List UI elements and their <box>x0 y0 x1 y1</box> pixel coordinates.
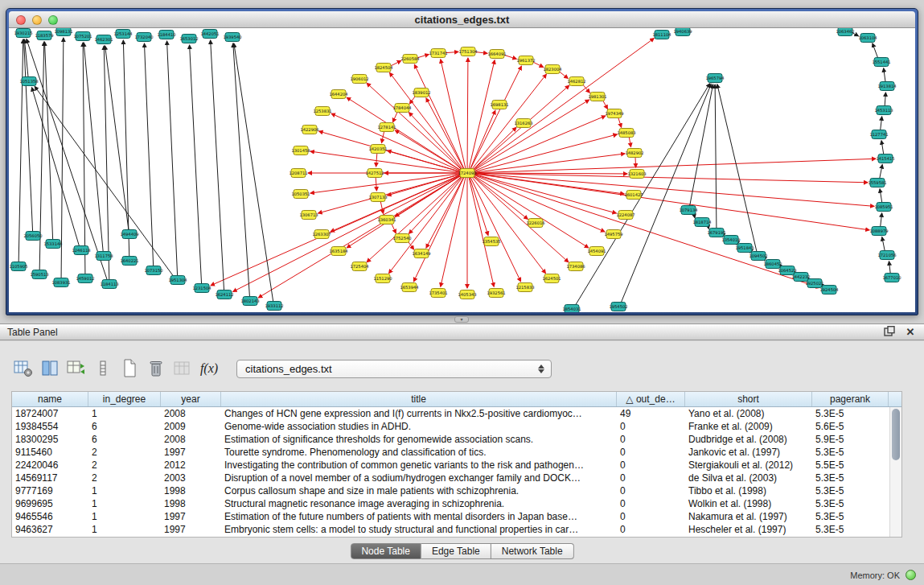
table-cell[interactable]: 6 <box>88 433 161 446</box>
graph-node[interactable]: 1823004 <box>543 65 562 74</box>
table-cell[interactable]: 5.3E-5 <box>812 407 889 420</box>
table-row[interactable]: 969969511998Structural magnetic resonanc… <box>12 497 901 510</box>
tab-edge-table[interactable]: Edge Table <box>421 543 491 559</box>
graph-node[interactable]: 1453113 <box>874 106 893 115</box>
table-cell[interactable]: Wolkin et al. (1998) <box>685 497 812 510</box>
graph-node[interactable]: 1635184 <box>329 247 348 256</box>
table-cell[interactable]: 1 <box>88 497 161 510</box>
graph-node[interactable]: 1226016 <box>526 219 544 228</box>
graph-node[interactable]: 1698131 <box>490 101 508 109</box>
graph-node[interactable]: 1427512 <box>365 169 384 178</box>
close-panel-icon[interactable]: ✕ <box>904 326 917 338</box>
graph-node[interactable]: 1824504 <box>374 64 393 72</box>
graph-node[interactable]: 1127741 <box>869 130 888 139</box>
table-cell[interactable]: Embryonic stem cells: a model to study s… <box>221 523 617 536</box>
table-cell[interactable]: Franke et al. (2009) <box>685 420 812 433</box>
graph-node[interactable]: 1913814 <box>877 82 897 91</box>
graph-node[interactable]: 1253144 <box>113 30 133 39</box>
table-cell[interactable]: 2012 <box>161 459 221 472</box>
table-scrollbar-thumb[interactable] <box>892 409 900 460</box>
table-row[interactable]: 1872400712008Changes of HCN gene express… <box>12 407 901 420</box>
graph-node[interactable]: 1724093 <box>458 169 476 178</box>
graph-node[interactable]: 1311758 <box>94 252 113 261</box>
table-row[interactable]: 1938455462009Genome-wide association stu… <box>12 420 901 433</box>
table-cell[interactable]: 6 <box>88 420 161 433</box>
table-row[interactable]: 1456911722003Disruption of a novel membe… <box>12 472 901 484</box>
table-cell[interactable]: Structural magnetic resonance image aver… <box>221 497 617 510</box>
graph-node[interactable]: 1360341 <box>377 216 396 225</box>
table-cell[interactable]: 18300295 <box>12 433 88 446</box>
table-cell[interactable]: 0 <box>617 472 685 484</box>
table-cell[interactable]: Estimation of significance thresholds fo… <box>221 433 617 446</box>
table-cell[interactable]: 0 <box>617 484 685 497</box>
graph-node[interactable]: 1246118 <box>72 246 90 255</box>
graph-node[interactable]: 1079134 <box>679 206 698 215</box>
graph-node[interactable]: 1951304 <box>168 276 187 285</box>
graph-node[interactable]: 1405343 <box>458 290 476 299</box>
graph-node[interactable]: 1050351 <box>291 190 310 199</box>
table-cell[interactable]: Tourette syndrome. Phenomenology and cla… <box>221 446 617 459</box>
table-cell[interactable]: Changes of HCN gene expression and I(f) … <box>221 407 617 420</box>
graph-node[interactable]: 1679195 <box>707 229 725 237</box>
graph-node[interactable]: 1073150 <box>144 266 162 275</box>
graph-node[interactable]: 1224087 <box>616 211 634 220</box>
graph-node[interactable]: 1263307 <box>312 230 331 239</box>
splitter-handle[interactable]: ▾ <box>454 316 469 323</box>
graph-node[interactable]: 1075201 <box>73 32 92 41</box>
table-cell[interactable]: Estimation of the future numbers of pati… <box>221 510 617 523</box>
table-cell[interactable]: 0 <box>617 523 685 536</box>
show-columns-icon[interactable] <box>39 359 60 378</box>
table-cell[interactable]: 18724007 <box>12 407 88 420</box>
graph-node[interactable]: 1644204 <box>329 90 348 99</box>
table-cell[interactable]: 2008 <box>161 407 221 420</box>
graph-node[interactable]: 1183579 <box>35 31 53 40</box>
graph-node[interactable]: 1442051 <box>200 30 219 39</box>
graph-node[interactable]: 1098131 <box>54 28 72 36</box>
graph-node[interactable]: 1420351 <box>368 145 387 154</box>
table-cell[interactable]: Dudbridge et al. (2008) <box>685 433 812 446</box>
table-cell[interactable]: 9699695 <box>12 497 88 510</box>
table-cell[interactable]: 9777169 <box>12 484 88 497</box>
graph-node[interactable]: 1063462 <box>836 28 854 36</box>
table-cell[interactable]: 49 <box>617 407 685 420</box>
graph-node[interactable]: 1925021 <box>805 279 823 288</box>
table-cell[interactable]: 0 <box>617 446 685 459</box>
graph-node[interactable]: 1559581 <box>868 179 886 187</box>
graph-node[interactable]: 1664091 <box>487 50 506 59</box>
graph-node[interactable]: 1231504 <box>192 284 211 293</box>
graph-node[interactable]: 1422906 <box>300 126 318 134</box>
table-cell[interactable]: 2009 <box>161 420 221 433</box>
graph-node[interactable]: 1932561 <box>487 289 505 298</box>
graph-node[interactable]: 2260584 <box>400 55 420 64</box>
graph-node[interactable]: 1208711 <box>289 169 307 178</box>
table-cell[interactable]: 2008 <box>161 433 221 446</box>
graph-node[interactable]: 1321603 <box>627 170 646 179</box>
graph-node[interactable]: 1462812 <box>567 77 585 86</box>
delete-column-icon[interactable] <box>146 359 166 378</box>
graph-node[interactable]: 1818714 <box>692 218 712 227</box>
table-cell[interactable]: 9465546 <box>12 510 88 523</box>
graph-node[interactable]: 1624112 <box>215 290 233 299</box>
graph-node[interactable]: 1725404 <box>350 262 369 271</box>
tab-node-table[interactable]: Node Table <box>350 543 421 559</box>
table-cell[interactable]: 1998 <box>161 484 221 497</box>
table-cell[interactable]: 1 <box>88 484 161 497</box>
graph-node[interactable]: 1951843 <box>735 244 754 253</box>
graph-node[interactable]: 1634149 <box>412 249 430 258</box>
table-cell[interactable]: Disruption of a novel member of a sodium… <box>221 472 617 484</box>
graph-node[interactable]: 1933112 <box>265 302 283 311</box>
graph-node[interactable]: 1551441 <box>872 58 890 67</box>
table-cell[interactable]: 14569117 <box>12 472 88 484</box>
graph-node[interactable]: 1721056 <box>877 251 896 260</box>
graph-node[interactable]: 1751304 <box>458 47 478 56</box>
graph-node[interactable]: 1278141 <box>377 123 396 132</box>
column-header-pagerank[interactable]: pagerank <box>812 392 889 406</box>
window-titlebar[interactable]: citations_edges.txt <box>9 11 915 28</box>
graph-node[interactable]: 1083931 <box>51 278 70 287</box>
graph-node[interactable]: 1482902 <box>625 149 643 158</box>
graph-node[interactable]: 1094502 <box>749 252 767 261</box>
table-cell[interactable]: 0 <box>617 510 685 523</box>
graph-node[interactable]: 1088979 <box>869 227 888 236</box>
graph-node[interactable]: 1811104 <box>652 31 671 39</box>
graph-node[interactable]: 1839012 <box>412 89 430 97</box>
